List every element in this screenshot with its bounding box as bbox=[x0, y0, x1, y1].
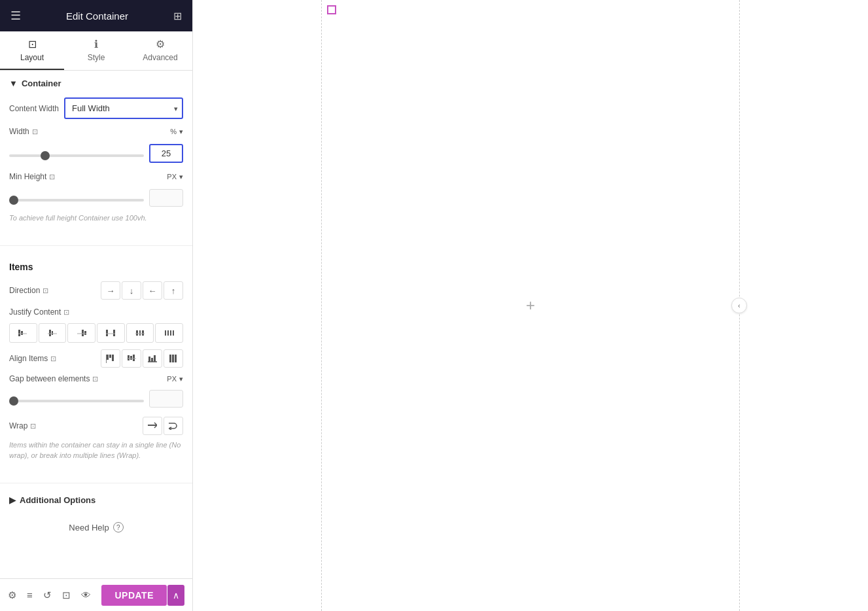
style-tab-icon: ℹ bbox=[94, 38, 98, 50]
min-height-slider-container bbox=[9, 192, 144, 204]
gap-unit: PX bbox=[167, 375, 177, 383]
width-row: Width ⊡ % ▾ bbox=[9, 127, 183, 136]
wrap-btn-group bbox=[143, 417, 183, 435]
width-monitor-icon: ⊡ bbox=[32, 128, 38, 136]
svg-rect-21 bbox=[109, 355, 111, 358]
tabs-bar: ⊡ Layout ℹ Style ⚙ Advanced bbox=[0, 31, 192, 71]
advanced-tab-icon: ⚙ bbox=[156, 38, 165, 50]
canvas-area: + ‹ bbox=[193, 0, 868, 611]
gap-input[interactable] bbox=[149, 390, 183, 408]
additional-options-header[interactable]: ▶ Additional Options bbox=[9, 495, 183, 505]
justify-flex-start-btn[interactable] bbox=[9, 323, 37, 343]
content-width-select[interactable]: Full Width Boxed bbox=[64, 97, 183, 119]
justify-center-btn[interactable] bbox=[39, 323, 67, 343]
svg-rect-10 bbox=[113, 330, 115, 336]
preview-icon[interactable]: 👁 bbox=[81, 589, 91, 601]
width-slider[interactable] bbox=[9, 154, 144, 157]
tab-style[interactable]: ℹ Style bbox=[64, 31, 128, 70]
tab-style-label: Style bbox=[88, 53, 105, 62]
no-wrap-btn[interactable] bbox=[143, 417, 162, 435]
svg-rect-7 bbox=[84, 331, 86, 335]
svg-rect-0 bbox=[18, 330, 20, 336]
update-wrapper: UPDATE ∧ bbox=[101, 585, 184, 606]
justify-space-between-btn[interactable] bbox=[97, 323, 125, 343]
wrap-label: Wrap ⊡ bbox=[9, 421, 143, 430]
width-unit-chevron[interactable]: ▾ bbox=[179, 128, 183, 136]
min-height-slider[interactable] bbox=[9, 199, 144, 201]
direction-row-reverse-btn[interactable]: ← bbox=[143, 281, 162, 300]
gap-slider[interactable] bbox=[9, 400, 144, 402]
additional-options-title: Additional Options bbox=[20, 495, 95, 505]
svg-rect-26 bbox=[133, 355, 135, 361]
items-section: Items Direction ⊡ → ↓ ← ↑ Justify Conten… bbox=[0, 251, 192, 478]
hint-text: To achieve full height Container use 100… bbox=[9, 213, 183, 223]
update-button[interactable]: UPDATE bbox=[101, 585, 167, 606]
gap-row: Gap between elements ⊡ PX ▾ bbox=[9, 374, 183, 383]
tab-layout[interactable]: ⊡ Layout bbox=[0, 31, 64, 70]
items-section-title: Items bbox=[9, 262, 183, 272]
additional-chevron-icon: ▶ bbox=[9, 495, 16, 505]
justify-content-label: Justify Content ⊡ bbox=[9, 307, 183, 317]
settings-icon[interactable]: ⚙ bbox=[8, 589, 16, 601]
canvas-collapse-button[interactable]: ‹ bbox=[731, 298, 747, 313]
svg-rect-30 bbox=[154, 355, 156, 362]
update-chevron-btn[interactable]: ∧ bbox=[167, 585, 184, 606]
align-stretch-btn[interactable] bbox=[164, 349, 183, 368]
justify-flex-end-btn[interactable] bbox=[67, 323, 95, 343]
justify-content-btn-group bbox=[9, 323, 183, 343]
align-monitor-icon: ⊡ bbox=[50, 355, 56, 363]
need-help-label: Need Help bbox=[69, 523, 109, 532]
direction-monitor-icon: ⊡ bbox=[43, 287, 48, 295]
wrap-monitor-icon: ⊡ bbox=[30, 422, 36, 430]
content-width-select-wrapper: Full Width Boxed ▾ bbox=[64, 97, 183, 119]
width-slider-container bbox=[9, 148, 144, 160]
min-height-slider-row bbox=[9, 189, 183, 207]
min-height-unit-chevron[interactable]: ▾ bbox=[179, 173, 183, 181]
add-element-button[interactable]: + bbox=[520, 295, 541, 316]
responsive-icon[interactable]: ⊡ bbox=[62, 589, 71, 601]
container-section-header[interactable]: ▼ Container bbox=[9, 79, 183, 88]
wrap-btn[interactable] bbox=[164, 417, 183, 435]
align-flex-end-btn[interactable] bbox=[143, 349, 162, 368]
align-center-btn[interactable] bbox=[122, 349, 141, 368]
svg-rect-12 bbox=[136, 330, 138, 336]
grid-icon[interactable]: ⊞ bbox=[173, 10, 182, 22]
svg-rect-6 bbox=[82, 330, 84, 336]
gap-monitor-icon: ⊡ bbox=[92, 375, 98, 383]
svg-rect-9 bbox=[106, 330, 108, 336]
history-icon[interactable]: ↺ bbox=[43, 589, 52, 601]
need-help-row[interactable]: Need Help ? bbox=[0, 512, 192, 543]
min-height-unit: PX bbox=[167, 173, 177, 181]
layout-tab-icon: ⊡ bbox=[28, 38, 37, 50]
justify-space-around-btn[interactable] bbox=[126, 323, 154, 343]
gap-label: Gap between elements ⊡ bbox=[9, 374, 167, 383]
min-height-row: Min Height ⊡ PX ▾ bbox=[9, 172, 183, 181]
direction-btn-group: → ↓ ← ↑ bbox=[101, 281, 183, 300]
tab-layout-label: Layout bbox=[20, 53, 44, 62]
direction-column-reverse-btn[interactable]: ↑ bbox=[164, 281, 183, 300]
wrap-row: Wrap ⊡ bbox=[9, 417, 183, 435]
width-label: Width ⊡ bbox=[9, 127, 38, 136]
align-flex-start-btn[interactable] bbox=[101, 349, 120, 368]
layers-icon[interactable]: ≡ bbox=[27, 589, 33, 601]
justify-space-evenly-btn[interactable] bbox=[155, 323, 183, 343]
direction-row-btn[interactable]: → bbox=[101, 281, 120, 300]
tab-advanced-label: Advanced bbox=[143, 53, 177, 62]
canvas-container: + ‹ bbox=[321, 0, 740, 611]
container-section: ▼ Container Content Width Full Width Box… bbox=[0, 71, 192, 240]
direction-label: Direction ⊡ bbox=[9, 286, 101, 295]
align-items-row: Align Items ⊡ bbox=[9, 349, 183, 368]
section-divider-2 bbox=[0, 483, 192, 483]
additional-options-section: ▶ Additional Options bbox=[0, 489, 192, 512]
justify-monitor-icon: ⊡ bbox=[63, 308, 69, 317]
gap-unit-chevron[interactable]: ▾ bbox=[179, 375, 183, 383]
direction-column-btn[interactable]: ↓ bbox=[122, 281, 141, 300]
min-height-input[interactable] bbox=[149, 189, 183, 207]
tab-advanced[interactable]: ⚙ Advanced bbox=[128, 31, 192, 70]
gap-slider-row bbox=[9, 390, 183, 408]
svg-rect-16 bbox=[165, 330, 166, 336]
content-width-row: Content Width Full Width Boxed ▾ bbox=[9, 97, 183, 119]
width-input[interactable]: 25 bbox=[149, 144, 183, 163]
svg-rect-1 bbox=[21, 331, 23, 335]
hamburger-icon[interactable]: ☰ bbox=[10, 9, 21, 23]
